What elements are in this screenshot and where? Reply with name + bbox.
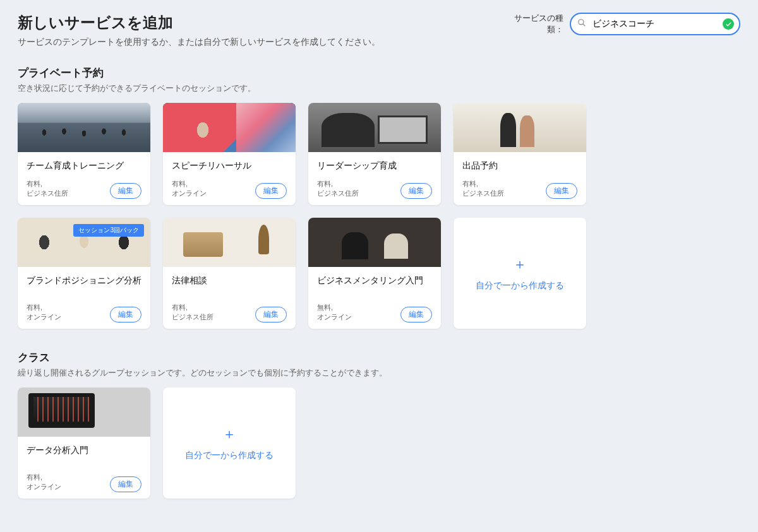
service-card[interactable]: 出品予約有料,ビジネス住所編集 xyxy=(454,103,586,205)
card-body: チーム育成トレーニング有料,ビジネス住所編集 xyxy=(18,152,150,205)
card-image xyxy=(308,103,441,152)
edit-button[interactable]: 編集 xyxy=(110,476,141,492)
card-title: ブランドポジショニング分析 xyxy=(27,275,141,295)
section-class: クラス 繰り返し開催されるグループセッションです。どのセッションでも個別に予約す… xyxy=(18,350,740,499)
search-field-wrap xyxy=(570,13,740,35)
edit-button[interactable]: 編集 xyxy=(400,183,432,199)
create-new-card[interactable]: ＋自分で一から作成する xyxy=(454,218,586,329)
header-left: 新しいサービスを追加 サービスのテンプレートを使用するか、または自分で新しいサー… xyxy=(18,13,514,48)
card-title: ビジネスメンタリング入門 xyxy=(317,275,432,295)
card-body: 法律相談有料,ビジネス住所編集 xyxy=(163,267,296,329)
card-meta: 有料,ビジネス住所 xyxy=(462,179,504,199)
svg-point-0 xyxy=(579,20,584,25)
check-icon xyxy=(723,18,734,30)
edit-button[interactable]: 編集 xyxy=(546,183,577,199)
svg-line-1 xyxy=(583,24,586,27)
service-card[interactable]: 法律相談有料,ビジネス住所編集 xyxy=(163,218,296,329)
plus-icon: ＋ xyxy=(513,255,527,274)
page-header: 新しいサービスを追加 サービスのテンプレートを使用するか、または自分で新しいサー… xyxy=(18,13,740,48)
section-class-title: クラス xyxy=(18,350,740,365)
search-label: サービスの種 類： xyxy=(514,13,563,35)
card-image xyxy=(18,387,150,437)
card-image: セッション3回パック xyxy=(18,218,150,267)
card-title: スピーチリハーサル xyxy=(172,160,287,172)
card-footer: 無料,オンライン編集 xyxy=(317,303,432,322)
card-image xyxy=(18,103,150,152)
card-footer: 有料,ビジネス住所編集 xyxy=(172,303,287,322)
create-label: 自分で一から作成する xyxy=(476,280,564,292)
card-image xyxy=(163,218,296,267)
search-input[interactable] xyxy=(570,13,740,35)
card-image xyxy=(308,218,441,267)
service-card[interactable]: データ分析入門有料,オンライン編集 xyxy=(18,387,150,499)
service-card[interactable]: チーム育成トレーニング有料,ビジネス住所編集 xyxy=(18,103,150,205)
card-body: データ分析入門有料,オンライン編集 xyxy=(18,437,150,499)
card-footer: 有料,ビジネス住所編集 xyxy=(27,179,141,199)
section-private: プライベート予約 空き状況に応じて予約ができるプライベートのセッションです。 チ… xyxy=(18,66,740,329)
grid-private: チーム育成トレーニング有料,ビジネス住所編集スピーチリハーサル有料,オンライン編… xyxy=(18,103,740,329)
section-private-title: プライベート予約 xyxy=(18,66,740,80)
edit-button[interactable]: 編集 xyxy=(110,307,141,322)
card-meta: 有料,ビジネス住所 xyxy=(27,179,68,199)
service-card[interactable]: スピーチリハーサル有料,オンライン編集 xyxy=(163,103,296,205)
card-footer: 有料,ビジネス住所編集 xyxy=(462,179,577,199)
card-body: リーダーシップ育成有料,ビジネス住所編集 xyxy=(308,152,441,205)
card-body: 出品予約有料,ビジネス住所編集 xyxy=(454,152,586,205)
card-body: スピーチリハーサル有料,オンライン編集 xyxy=(163,152,296,205)
section-class-subtitle: 繰り返し開催されるグループセッションです。どのセッションでも個別に予約することが… xyxy=(18,367,740,379)
header-right: サービスの種 類： xyxy=(514,13,740,35)
card-title: 法律相談 xyxy=(172,275,287,295)
card-image xyxy=(163,103,296,152)
card-meta: 有料,ビジネス住所 xyxy=(172,303,214,322)
section-private-subtitle: 空き状況に応じて予約ができるプライベートのセッションです。 xyxy=(18,83,740,94)
card-meta: 有料,オンライン xyxy=(27,473,61,492)
card-title: データ分析入門 xyxy=(27,444,141,465)
edit-button[interactable]: 編集 xyxy=(400,307,432,322)
card-title: 出品予約 xyxy=(462,160,577,172)
service-card[interactable]: リーダーシップ育成有料,ビジネス住所編集 xyxy=(308,103,441,205)
card-footer: 有料,オンライン編集 xyxy=(172,179,287,199)
search-icon xyxy=(577,18,586,30)
card-body: ビジネスメンタリング入門無料,オンライン編集 xyxy=(308,267,441,329)
card-footer: 有料,オンライン編集 xyxy=(27,303,141,322)
card-footer: 有料,ビジネス住所編集 xyxy=(317,179,432,199)
edit-button[interactable]: 編集 xyxy=(255,183,287,199)
service-card[interactable]: セッション3回パックブランドポジショニング分析有料,オンライン編集 xyxy=(18,218,150,329)
plus-icon: ＋ xyxy=(222,425,236,444)
grid-class: データ分析入門有料,オンライン編集＋自分で一から作成する xyxy=(18,387,740,499)
card-title: リーダーシップ育成 xyxy=(317,160,432,172)
card-image xyxy=(454,103,586,152)
card-footer: 有料,オンライン編集 xyxy=(27,473,141,492)
card-badge: セッション3回パック xyxy=(73,224,144,237)
card-meta: 有料,ビジネス住所 xyxy=(317,179,359,199)
card-meta: 有料,オンライン xyxy=(172,179,207,199)
create-new-card[interactable]: ＋自分で一から作成する xyxy=(163,387,296,499)
page-subtitle: サービスのテンプレートを使用するか、または自分で新しいサービスを作成してください… xyxy=(18,37,514,48)
card-body: ブランドポジショニング分析有料,オンライン編集 xyxy=(18,267,150,329)
create-label: 自分で一から作成する xyxy=(185,450,274,461)
card-meta: 有料,オンライン xyxy=(27,303,61,322)
service-card[interactable]: ビジネスメンタリング入門無料,オンライン編集 xyxy=(308,218,441,329)
edit-button[interactable]: 編集 xyxy=(255,307,287,322)
card-meta: 無料,オンライン xyxy=(317,303,352,322)
card-title: チーム育成トレーニング xyxy=(27,160,141,172)
page-title: 新しいサービスを追加 xyxy=(18,13,514,33)
edit-button[interactable]: 編集 xyxy=(110,183,141,199)
